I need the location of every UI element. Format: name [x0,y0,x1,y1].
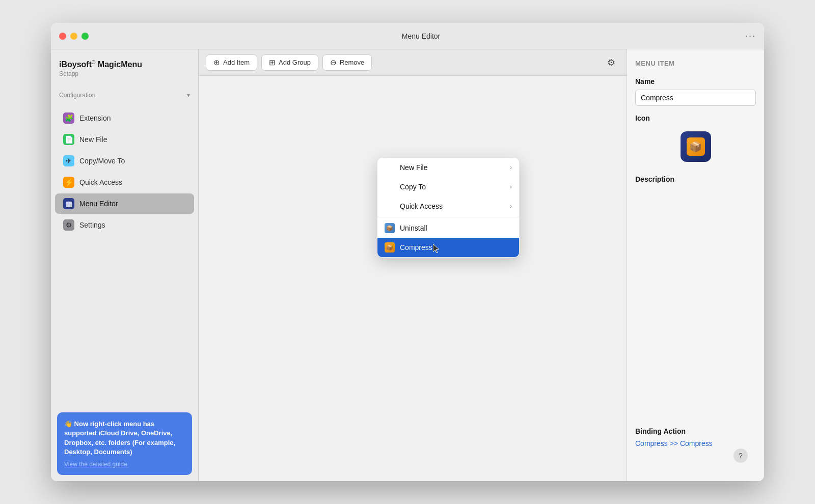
right-panel: Menu Item Name Icon 📦 Description Bindin… [627,49,764,481]
add-item-button[interactable]: ⊕ Add Item [206,54,257,71]
context-item-copy-to[interactable]: Copy To › [377,177,519,197]
maximize-button[interactable] [82,33,89,40]
settings-icon: ⚙ [63,219,74,231]
sidebar-item-extension[interactable]: 🧩 Extension [55,108,194,128]
sidebar-item-label: Extension [79,114,111,122]
new-file-menu-icon [385,162,395,173]
context-item-label: Copy To [400,183,426,191]
sidebar-item-menu-editor[interactable]: ▦ Menu Editor [55,193,194,214]
chevron-right-icon: › [510,183,512,190]
context-item-label: Compress [400,243,432,251]
sidebar-item-label: Quick Access [79,178,122,186]
copy-to-menu-icon [385,182,395,192]
config-section: Configuration ▾ [51,88,198,103]
close-button[interactable] [59,33,66,40]
main-content: iBoysoft® MagicMenu Setapp Configuration… [51,49,764,481]
notification-text: 👋 Now right-click menu has supported iCl… [64,419,185,457]
add-item-icon: ⊕ [213,58,220,67]
icon-inner: 📦 [687,137,705,156]
sidebar-item-label: New File [79,135,107,144]
sidebar-nav: 🧩 Extension 📄 New File ✈ Copy/Move To ⚡ … [51,103,198,406]
context-item-label: New File [400,163,427,172]
app-sub: Setapp [59,70,190,77]
remove-label: Remove [340,59,364,66]
app-name: iBoysoft® MagicMenu [59,60,190,69]
add-item-label: Add Item [223,59,250,66]
extension-icon: 🧩 [63,113,74,124]
quick-access-icon: ⚡ [63,177,74,188]
chevron-down-icon: ▾ [187,92,190,99]
binding-label: Binding Action [635,427,756,435]
title-bar: Menu Editor ··· [51,23,764,49]
context-item-label: Quick Access [400,202,443,210]
icon-preview-area[interactable]: 📦 [635,126,756,167]
remove-icon: ⊖ [330,58,337,67]
binding-section: Binding Action Compress >> Compress [635,427,756,447]
name-label: Name [635,77,756,86]
canvas-area[interactable]: New File › Copy To › [199,76,627,481]
panel-section-title: Menu Item [635,60,756,67]
chevron-right-icon: › [510,203,512,210]
notification-link[interactable]: View the detailed guide [64,461,185,468]
name-section: Name [635,77,756,106]
icon-section: Icon 📦 [635,114,756,167]
minimize-button[interactable] [70,33,77,40]
quick-access-menu-icon [385,201,395,211]
icon-label: Icon [635,114,756,122]
menu-editor-icon: ▦ [63,198,74,209]
context-item-compress[interactable]: 📦 Compress [377,238,519,257]
context-menu: New File › Copy To › [377,157,520,258]
add-group-button[interactable]: ⊞ Add Group [261,54,318,71]
context-item-quick-access[interactable]: Quick Access › [377,197,519,216]
context-item-new-file[interactable]: New File › [377,158,519,177]
center-area: ⊕ Add Item ⊞ Add Group ⊖ Remove ⚙ [199,49,627,481]
settings-gear-icon[interactable]: ⚙ [603,54,619,71]
add-group-label: Add Group [279,59,311,66]
sidebar: iBoysoft® MagicMenu Setapp Configuration… [51,49,199,481]
window-controls [59,33,89,40]
help-button[interactable]: ? [734,449,748,463]
sidebar-item-new-file[interactable]: 📄 New File [55,129,194,150]
toolbar: ⊕ Add Item ⊞ Add Group ⊖ Remove ⚙ [199,49,627,76]
sidebar-item-label: Menu Editor [79,200,118,208]
description-section: Description [635,175,756,187]
sidebar-item-settings[interactable]: ⚙ Settings [55,215,194,235]
panel-section-header: Menu Item [635,60,756,69]
icon-preview: 📦 [681,131,711,162]
context-item-uninstall[interactable]: 📦 Uninstall [377,218,519,238]
context-divider [377,217,519,217]
remove-button[interactable]: ⊖ Remove [322,54,372,71]
copy-move-icon: ✈ [63,155,74,166]
main-window: Menu Editor ··· iBoysoft® MagicMenu Seta… [51,23,764,481]
context-item-label: Uninstall [400,224,427,232]
app-header: iBoysoft® MagicMenu Setapp [51,49,198,83]
description-label: Description [635,175,756,183]
chevron-right-icon: › [510,164,512,171]
uninstall-icon: 📦 [385,223,395,233]
compress-icon: 📦 [385,242,395,253]
binding-action-value[interactable]: Compress >> Compress [635,439,756,447]
sidebar-item-copy-move-to[interactable]: ✈ Copy/Move To [55,151,194,171]
sidebar-item-quick-access[interactable]: ⚡ Quick Access [55,172,194,192]
help-area: ? [635,456,756,471]
name-input[interactable] [635,90,756,106]
window-title: Menu Editor [97,32,745,40]
new-file-icon: 📄 [63,134,74,145]
add-group-icon: ⊞ [269,58,276,67]
config-label: Configuration [59,92,95,99]
more-options[interactable]: ··· [745,31,756,41]
sidebar-item-label: Copy/Move To [79,157,125,165]
sidebar-item-label: Settings [79,221,105,229]
notification-box: 👋 Now right-click menu has supported iCl… [57,412,192,475]
